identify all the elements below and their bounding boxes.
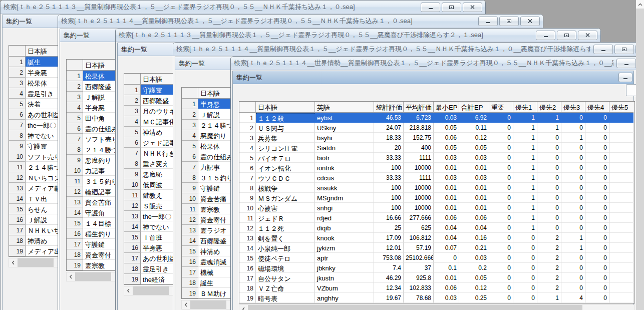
table-row[interactable]: 小泉純一郎 jykizm 12.01 57.19 0.07 0.21 0 0 2… — [239, 243, 634, 253]
table-row[interactable]: ＭＳガンダム MSgndm 100 10000 0.01 0.01 0 1 0 … — [239, 193, 634, 203]
cell-japanese: バイオテロ — [256, 153, 315, 163]
column-header-total-ep[interactable]: 合計EP — [459, 102, 489, 113]
scrollbar-thumb[interactable] — [190, 300, 226, 309]
cell-important: 0 — [489, 263, 513, 273]
row-number — [182, 204, 198, 214]
maximize-icon — [621, 47, 627, 52]
column-header-stat-eval[interactable]: 統計評価 — [374, 102, 404, 113]
close-button[interactable] — [463, 3, 482, 12]
scroll-up-button[interactable] — [636, 0, 644, 9]
cell-priority4: 0 — [585, 193, 609, 203]
cell-priority2: 2 — [537, 263, 561, 273]
column-header-priority3[interactable]: 優先3 — [561, 102, 585, 113]
close-button[interactable] — [578, 31, 597, 40]
column-header-avg-eval[interactable]: 平均評価 — [404, 102, 434, 113]
scroll-left-button[interactable] — [124, 286, 133, 295]
table-row[interactable]: 使徒ペテロ aptr 753.08 25102.666 0 0.03 0 0 2… — [239, 253, 634, 263]
row-number — [67, 155, 83, 165]
column-header-priority2[interactable]: 優先2 — [537, 102, 561, 113]
cell-priority1: 1 — [513, 173, 537, 183]
table-row[interactable]: ウソＣＤＣ cdcus 33.33 1111 0.03 0.03 0 1 0 0… — [239, 173, 634, 183]
table-row[interactable]: バイオテロ biotr 33.33 1111 0.03 0.03 0 1 0 0… — [239, 153, 634, 163]
row-number — [9, 67, 26, 78]
column-header-priority5[interactable]: 優先5 — [609, 102, 633, 113]
table-row[interactable]: 兵募集 bsyhi 18.33 152.75 0.06 0.12 0 1 0 1… — [239, 133, 634, 143]
window-client: 集約一覧 日本語 英語 統計評価 平均評価 最小EP 合計EP 重要 優先1 — [231, 70, 644, 310]
scrollbar-thumb[interactable] — [133, 286, 169, 295]
inner-minimize-button[interactable] — [618, 73, 632, 82]
cell-total-ep: 0.16 — [459, 233, 489, 243]
cell-priority2: 2 — [537, 273, 561, 283]
column-header-english[interactable]: 英語 — [315, 102, 374, 113]
maximize-button[interactable] — [557, 31, 576, 40]
row-number — [239, 213, 256, 223]
table-row[interactable]: 自公サタン jkustn 46.29 925.8 0.01 0.05 0 0 2… — [239, 273, 634, 283]
window-titlebar[interactable]: 検索[ｔｈｅ２５１１１４__世界情勢__質量制御再現公表１，５__ジェド霊界ラジ… — [231, 57, 644, 70]
column-header-priority1[interactable]: 優先1 — [513, 102, 537, 113]
table-row[interactable]: １１２死 diqib 25 625 0.04 0.04 0 1 0 0 0 — [239, 223, 634, 233]
cell-min-ep: 0.03 — [434, 293, 459, 303]
row-number — [67, 123, 83, 134]
row-number — [124, 200, 141, 211]
scrollbar-thumb[interactable] — [75, 272, 111, 281]
scroll-left-button[interactable] — [67, 272, 75, 281]
minimize-button[interactable] — [478, 17, 498, 26]
maximize-button[interactable] — [442, 3, 461, 12]
row-number — [239, 273, 256, 283]
cell-avg-eval: 10000 — [404, 183, 434, 193]
column-header-priority4[interactable]: 優先4 — [585, 102, 609, 113]
table-row[interactable]: 磁場環境 jbknky 7.4 37 0.1 0.2 0 0 2 0 0 — [239, 263, 634, 273]
scrollbar-thumb[interactable] — [18, 258, 54, 267]
table-row[interactable]: 心被害 snhgi 100 10000 0.01 0.01 0 1 0 0 0 — [239, 203, 634, 213]
minimize-button[interactable] — [421, 3, 440, 12]
horizontal-scrollbar[interactable] — [239, 304, 635, 310]
vertical-scrollbar-thumb[interactable] — [636, 9, 644, 310]
table-row[interactable]: ＶＺ亡命 VZbum 12.34 102.833 0.06 0.12 0 0 2… — [239, 283, 634, 293]
window-titlebar[interactable]: 検索[ｔｈｅ２５１１１４__質量制御再現公表１，５__ジェド霊界ラジオ再現０，５… — [58, 15, 543, 28]
minimize-button[interactable] — [616, 59, 636, 68]
cell-min-ep: 0.07 — [434, 243, 459, 253]
table-row[interactable]: イオン転化 iontnk 100 10000 0.01 0.01 0 1 0 0… — [239, 163, 634, 173]
cell-priority1: 0 — [513, 263, 537, 273]
window-titlebar[interactable]: 検索[ｔｈｅ２５１１１３__質量制御再現公表１，５__ジェド霊界ラジオ再現０，５… — [116, 29, 600, 42]
scrollbar-thumb[interactable] — [248, 305, 582, 310]
table-row[interactable]: 核戦争 snsukk 100 10000 0.01 0.01 0 1 0 0 0 — [239, 183, 634, 193]
window-titlebar[interactable]: 検索[ｔｈｅ２５１１１４__質量制御再現公表１，５__ジェド霊界ラジオ再現０，５… — [173, 43, 644, 56]
maximize-button[interactable] — [499, 17, 519, 26]
column-header-japanese[interactable]: 日本語 — [256, 102, 315, 113]
row-number — [239, 263, 256, 273]
row-number — [9, 88, 26, 99]
column-header-important[interactable]: 重要 — [489, 102, 513, 113]
cell-english: snsukk — [315, 183, 374, 193]
aggregate-list-titlebar[interactable]: 集約一覧 — [233, 71, 633, 84]
table-row[interactable]: １１２殺 eybst 46.53 6.723 0.03 6.92 0 1 1 0… — [239, 113, 634, 123]
close-button[interactable] — [520, 17, 540, 26]
cell-priority3: 1 — [561, 133, 585, 143]
mdi-vertical-scrollbar[interactable] — [636, 0, 644, 310]
cell-stat-eval: 24.07 — [374, 123, 404, 133]
cell-stat-eval: 12.01 — [374, 243, 404, 253]
window-titlebar[interactable]: 検索[ｔｈｅ２５１１１３__質量制御再現公表１，５__ジェド霊界ラジオ再現０，５… — [1, 1, 485, 14]
cell-total-ep: 0.04 — [459, 223, 489, 233]
row-number — [124, 190, 141, 200]
table-row[interactable]: 暗号表 anghhy 19.67 78.68 0.03 0.25 0 0 1 4… — [239, 293, 634, 303]
table-row[interactable]: ＵＳ関与 USkny 24.07 218.818 0.05 0.11 0 1 1… — [239, 123, 634, 133]
table-row[interactable]: 剣を置く knook 17.09 106.812 0.04 0.16 0 0 2… — [239, 233, 634, 243]
minimize-button[interactable] — [593, 45, 613, 54]
aggregate-list-client: 日本語 英語 統計評価 平均評価 最小EP 合計EP 重要 優先1 優先2 優先… — [233, 84, 633, 310]
cell-priority3: 0 — [561, 143, 585, 153]
column-header-min-ep[interactable]: 最小EP — [434, 102, 459, 113]
cell-avg-eval: 152.75 — [404, 133, 434, 143]
maximize-button[interactable] — [614, 45, 634, 54]
cell-min-ep: 0.01 — [434, 203, 459, 213]
scroll-left-button[interactable] — [239, 305, 248, 310]
table-row[interactable]: シリコン圧電 Siatdn 20 400 0.05 0.05 0 1 0 0 0 — [239, 143, 634, 153]
search-window-5: 検索[ｔｈｅ２５１１１４__世界情勢__質量制御再現公表１，５__ジェド霊界ラジ… — [230, 56, 644, 310]
cell-stat-eval: 19.67 — [374, 293, 404, 303]
cell-priority2: 0 — [537, 173, 561, 183]
table-row[interactable]: ジェドＲ rdjed 16.66 277.666 0.06 0.06 0 1 0… — [239, 213, 634, 223]
scroll-left-button[interactable] — [182, 300, 190, 309]
scroll-left-button[interactable] — [9, 258, 18, 267]
minimize-button[interactable] — [536, 31, 555, 40]
row-number — [67, 207, 83, 218]
